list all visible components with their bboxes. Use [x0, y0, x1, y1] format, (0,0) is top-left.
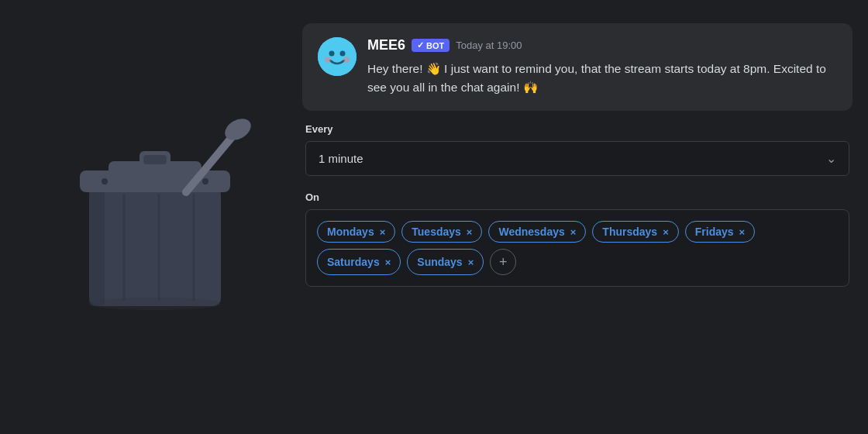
tag-remove-fridays[interactable]: ×: [739, 226, 746, 238]
trash-can-illustration: [66, 108, 252, 326]
svg-rect-0: [89, 186, 221, 306]
svg-point-15: [329, 51, 335, 57]
tag-remove-wednesdays[interactable]: ×: [570, 226, 577, 238]
message-header: MEE6 ✓ BOT Today at 19:00: [367, 37, 837, 53]
svg-point-18: [343, 57, 350, 63]
message-content: MEE6 ✓ BOT Today at 19:00 Hey there! 👋 I…: [367, 37, 837, 97]
interval-dropdown[interactable]: 1 minute ⌄: [305, 141, 849, 176]
svg-point-14: [318, 37, 356, 76]
svg-point-13: [202, 178, 208, 184]
tag-label-saturdays: Saturdays: [327, 256, 380, 268]
tag-sundays[interactable]: Sundays×: [407, 249, 484, 275]
bot-name: MEE6: [367, 37, 405, 53]
tag-label-fridays: Fridays: [695, 226, 734, 238]
dropdown-value: 1 minute: [319, 152, 363, 165]
avatar: [318, 37, 356, 76]
tag-fridays[interactable]: Fridays×: [685, 221, 755, 243]
svg-rect-1: [89, 186, 105, 306]
tag-label-mondays: Mondays: [327, 226, 374, 238]
add-day-button[interactable]: +: [490, 249, 516, 275]
on-label: On: [305, 191, 849, 203]
tag-remove-mondays[interactable]: ×: [380, 226, 386, 238]
trash-area: [16, 16, 302, 418]
tag-remove-sundays[interactable]: ×: [468, 257, 474, 268]
tag-label-tuesdays: Tuesdays: [412, 226, 461, 238]
right-panel: MEE6 ✓ BOT Today at 19:00 Hey there! 👋 I…: [302, 16, 852, 287]
dropdown-container: 1 minute ⌄: [305, 141, 849, 176]
settings-panel: Every 1 minute ⌄ On Mondays×Tuesdays×Wed…: [302, 123, 852, 287]
tag-saturdays[interactable]: Saturdays×: [317, 249, 401, 275]
tag-mondays[interactable]: Mondays×: [317, 221, 395, 243]
tag-tuesdays[interactable]: Tuesdays×: [401, 221, 482, 243]
svg-rect-5: [143, 155, 167, 164]
bot-badge-check: ✓: [417, 40, 424, 50]
svg-point-17: [325, 57, 331, 63]
tag-label-sundays: Sundays: [417, 256, 462, 268]
message-card: MEE6 ✓ BOT Today at 19:00 Hey there! 👋 I…: [302, 23, 852, 111]
svg-point-11: [89, 298, 221, 310]
bot-badge-label: BOT: [426, 41, 444, 50]
tag-label-thursdays: Thursdays: [602, 226, 657, 238]
tag-thursdays[interactable]: Thursdays×: [592, 221, 678, 243]
message-timestamp: Today at 19:00: [456, 40, 522, 51]
every-label: Every: [305, 123, 849, 135]
dropdown-arrow-icon: ⌄: [826, 151, 836, 166]
tag-label-wednesdays: Wednesdays: [498, 226, 564, 238]
page-container: MEE6 ✓ BOT Today at 19:00 Hey there! 👋 I…: [0, 0, 868, 434]
tag-remove-thursdays[interactable]: ×: [663, 226, 669, 238]
message-text: Hey there! 👋 I just want to remind you, …: [367, 60, 837, 97]
tag-remove-tuesdays[interactable]: ×: [467, 226, 473, 238]
bot-badge: ✓ BOT: [412, 39, 450, 52]
days-tags-container: Mondays×Tuesdays×Wednesdays×Thursdays×Fr…: [305, 209, 849, 287]
bot-avatar-svg: [318, 37, 356, 76]
tag-remove-saturdays[interactable]: ×: [385, 257, 391, 268]
svg-point-16: [340, 51, 346, 57]
tag-wednesdays[interactable]: Wednesdays×: [488, 221, 586, 243]
svg-point-12: [102, 178, 108, 184]
